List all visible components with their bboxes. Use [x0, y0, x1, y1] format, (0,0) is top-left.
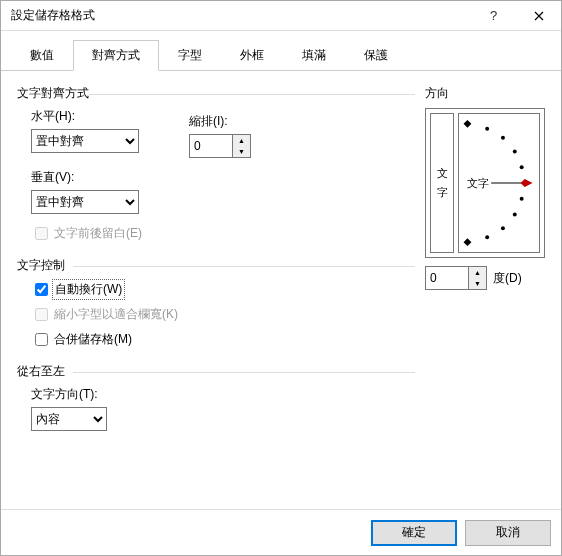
- svg-point-6: [501, 136, 505, 140]
- dialog-body: 文字對齊方式 水平(H): 置中對齊 縮排(I): ▲: [1, 71, 561, 509]
- shrink-input: [35, 308, 48, 321]
- degree-spinner[interactable]: ▲ ▼: [425, 266, 487, 290]
- svg-point-12: [501, 226, 505, 230]
- left-column: 文字對齊方式 水平(H): 置中對齊 縮排(I): ▲: [17, 85, 415, 495]
- indent-input[interactable]: [190, 135, 232, 157]
- horizontal-align-select[interactable]: 置中對齊: [31, 129, 139, 153]
- group-orientation: 方向: [425, 85, 545, 102]
- indent-spinner[interactable]: ▲ ▼: [189, 134, 251, 158]
- ok-button[interactable]: 確定: [371, 520, 457, 546]
- checkbox-shrink-to-fit: 縮小字型以適合欄寬(K): [31, 305, 415, 324]
- group-text-control: 文字控制: [17, 257, 415, 274]
- dialog-window: 設定儲存格格式 ? 數值 對齊方式 字型 外框 填滿 保護 文字對齊方式 水平(…: [0, 0, 562, 556]
- dialog-footer: 確定 取消: [1, 509, 561, 555]
- svg-point-10: [520, 197, 524, 201]
- leading-space-input: [35, 227, 48, 240]
- right-column: 方向 文 字 文字: [425, 85, 545, 495]
- close-button[interactable]: [516, 1, 561, 31]
- indent-down[interactable]: ▼: [233, 146, 250, 157]
- label-text-direction: 文字方向(T):: [31, 386, 415, 403]
- orientation-dial[interactable]: 文字: [458, 113, 540, 253]
- svg-marker-3: [464, 120, 472, 128]
- tab-number[interactable]: 數值: [11, 40, 73, 71]
- orientation-vertical-text[interactable]: 文 字: [430, 113, 454, 253]
- svg-point-7: [513, 149, 517, 153]
- label-indent: 縮排(I):: [189, 113, 251, 130]
- window-title: 設定儲存格格式: [11, 7, 471, 24]
- svg-marker-4: [464, 238, 472, 246]
- indent-up[interactable]: ▲: [233, 135, 250, 146]
- checkbox-wrap-text[interactable]: 自動換行(W): [31, 280, 415, 299]
- label-horizontal: 水平(H):: [31, 108, 167, 125]
- tab-alignment[interactable]: 對齊方式: [73, 40, 159, 71]
- tab-protection[interactable]: 保護: [345, 40, 407, 71]
- svg-point-13: [485, 235, 489, 239]
- svg-point-5: [485, 127, 489, 131]
- group-text-alignment: 文字對齊方式: [17, 85, 415, 102]
- tab-fill[interactable]: 填滿: [283, 40, 345, 71]
- svg-marker-9: [521, 179, 529, 187]
- cancel-button[interactable]: 取消: [465, 520, 551, 546]
- group-right-to-left: 從右至左: [17, 363, 415, 380]
- help-button[interactable]: ?: [471, 1, 516, 31]
- text-direction-select[interactable]: 內容: [31, 407, 107, 431]
- tab-border[interactable]: 外框: [221, 40, 283, 71]
- orientation-control[interactable]: 文 字 文字: [425, 108, 545, 258]
- wrap-text-input[interactable]: [35, 283, 48, 296]
- label-vertical: 垂直(V):: [31, 169, 415, 186]
- checkbox-merge-cells[interactable]: 合併儲存格(M): [31, 330, 415, 349]
- title-bar: 設定儲存格格式 ?: [1, 1, 561, 31]
- degree-up[interactable]: ▲: [469, 267, 486, 278]
- svg-point-11: [513, 213, 517, 217]
- checkbox-leading-space: 文字前後留白(E): [31, 224, 415, 243]
- degree-down[interactable]: ▼: [469, 278, 486, 289]
- close-icon: [534, 11, 544, 21]
- degree-input[interactable]: [426, 267, 468, 289]
- vertical-align-select[interactable]: 置中對齊: [31, 190, 139, 214]
- svg-point-8: [520, 165, 524, 169]
- tab-strip: 數值 對齊方式 字型 外框 填滿 保護: [1, 31, 561, 71]
- label-degrees: 度(D): [493, 270, 522, 287]
- merge-input[interactable]: [35, 333, 48, 346]
- tab-font[interactable]: 字型: [159, 40, 221, 71]
- svg-text:文字: 文字: [467, 177, 489, 189]
- orientation-dial-svg: 文字: [459, 114, 539, 252]
